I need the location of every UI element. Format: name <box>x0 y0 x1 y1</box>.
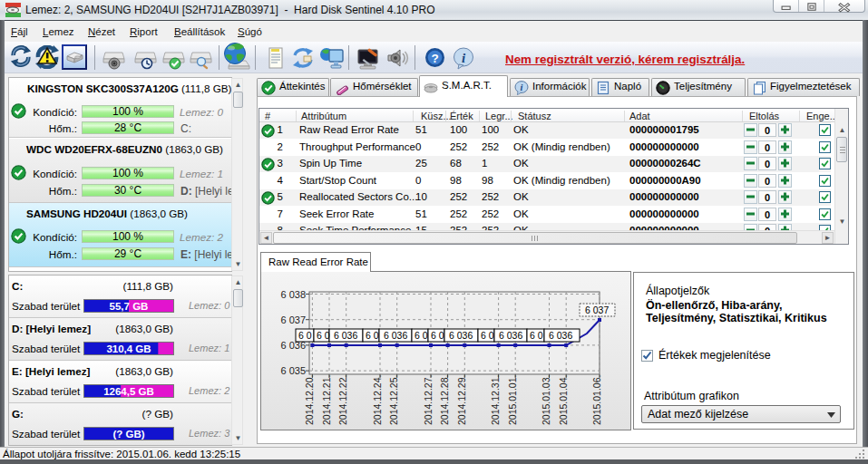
svg-text:6 038: 6 038 <box>280 289 306 300</box>
svg-text:6 036: 6 036 <box>449 330 473 341</box>
svg-text:6 0: 6 0 <box>414 330 428 341</box>
svg-text:6 036: 6 036 <box>499 330 522 341</box>
svg-text:i: i <box>521 82 523 92</box>
svg-text:6 035: 6 035 <box>280 365 306 376</box>
svg-text:6 037: 6 037 <box>585 304 609 315</box>
svg-text:6 0: 6 0 <box>530 330 543 341</box>
svg-text:6 0: 6 0 <box>366 330 379 341</box>
svg-text:6 0: 6 0 <box>317 330 330 341</box>
svg-text:?: ? <box>431 52 438 65</box>
svg-text:6 037: 6 037 <box>280 314 306 325</box>
svg-text:6 036: 6 036 <box>549 330 572 341</box>
svg-text:6 0: 6 0 <box>298 330 312 341</box>
svg-text:6 036: 6 036 <box>384 330 407 341</box>
svg-text:6 0: 6 0 <box>431 330 444 341</box>
svg-text:6 0: 6 0 <box>481 330 494 341</box>
svg-text:6 036: 6 036 <box>334 330 357 341</box>
